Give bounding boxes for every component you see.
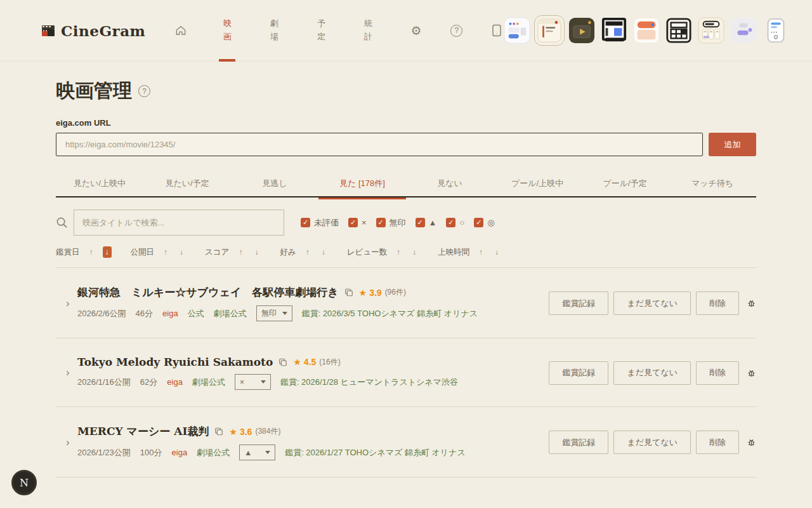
filter-triangle[interactable]: ✓ ▲ [416, 218, 437, 227]
tab-match-waiting[interactable]: マッチ待ち [669, 171, 756, 196]
eiga-link[interactable]: eiga [162, 309, 178, 318]
tab-want-upcoming[interactable]: 見たい/予定 [143, 171, 231, 196]
settings-gear-icon[interactable]: ⚙ [410, 25, 421, 37]
sort-watch-date-asc[interactable]: ↑ [87, 246, 96, 258]
app-icon-browser[interactable] [631, 15, 662, 46]
movie-search-input[interactable] [74, 210, 284, 236]
tab-pool-upcoming[interactable]: プール/予定 [581, 171, 669, 196]
sort-release-date-desc[interactable]: ↓ [177, 246, 186, 258]
clapperboard-icon [41, 23, 56, 38]
mark-select[interactable]: ▲ [239, 444, 275, 460]
filter-cross[interactable]: ✓ × [348, 218, 367, 227]
add-movie-button[interactable]: 追加 [709, 133, 756, 156]
eiga-link[interactable]: eiga [172, 448, 188, 457]
sort-release-date-asc[interactable]: ↑ [161, 246, 170, 258]
app-icon-notes[interactable] [534, 15, 565, 46]
official-site-link[interactable]: 公式 [188, 308, 204, 319]
floating-n-badge[interactable]: N [11, 470, 37, 495]
movie-title: MERCY マーシー AI裁判 [77, 424, 209, 439]
nav-item-schedule[interactable]: 予定 [298, 0, 344, 62]
review-count: (96件) [385, 287, 406, 298]
filter-double-circle[interactable]: ✓ ◎ [474, 218, 494, 227]
nav-item-stats[interactable]: 統計 [344, 0, 391, 62]
delete-button[interactable]: 削除 [696, 291, 739, 315]
checkbox-checked-icon: ✓ [301, 218, 310, 227]
sort-preference-desc[interactable]: ↓ [319, 246, 328, 258]
movie-row: › Tokyo Melody Ryuichi Sakamoto ★ 4.5 (1… [56, 338, 756, 407]
app-icon-calculator[interactable] [664, 15, 694, 46]
watch-record-button[interactable]: 鑑賞記録 [549, 291, 608, 315]
bug-icon[interactable] [747, 438, 756, 447]
sort-score-asc[interactable]: ↑ [236, 246, 245, 258]
tab-want-now-showing[interactable]: 見たい/上映中 [56, 171, 143, 196]
expand-chevron-icon[interactable]: › [56, 366, 77, 379]
theater-official-link[interactable]: 劇場公式 [214, 308, 247, 319]
not-seen-button[interactable]: まだ見てない [613, 361, 691, 385]
release-date: 2026/2/6公開 [77, 308, 126, 319]
runtime: 100分 [140, 447, 162, 458]
theater-official-link[interactable]: 劇場公式 [192, 377, 225, 388]
delete-button[interactable]: 削除 [696, 361, 739, 385]
tab-missed[interactable]: 見逃し [231, 171, 318, 196]
watch-record-button[interactable]: 鑑賞記録 [549, 361, 608, 385]
watched-record: 鑑賞: 2026/3/5 TOHOシネマズ 錦糸町 オリナス [302, 308, 478, 319]
main-content: 映画管理 ? eiga.com URL 追加 見たい/上映中 見たい/予定 見逃… [56, 78, 756, 478]
theater-official-link[interactable]: 劇場公式 [197, 447, 230, 458]
filter-circle[interactable]: ✓ ○ [446, 218, 464, 227]
eiga-url-input[interactable] [56, 133, 703, 156]
tab-pool-now-showing[interactable]: プール/上映中 [494, 171, 581, 196]
app-dock [502, 15, 791, 46]
copy-icon[interactable] [214, 427, 223, 436]
not-seen-button[interactable]: まだ見てない [613, 431, 691, 454]
app-icon-kanban[interactable] [696, 15, 726, 46]
bug-icon[interactable] [747, 298, 756, 308]
sort-review-count-asc[interactable]: ↑ [394, 246, 403, 258]
page-help-icon[interactable]: ? [138, 85, 150, 97]
mark-select[interactable]: 無印 [256, 305, 292, 321]
sort-runtime-desc[interactable]: ↓ [492, 246, 501, 258]
tab-wont-watch[interactable]: 見ない [406, 171, 494, 196]
app-icon-phone[interactable] [761, 15, 791, 46]
filter-unrated[interactable]: ✓ 未評価 [301, 217, 339, 229]
sort-review-count-desc[interactable]: ↓ [410, 246, 419, 258]
eiga-link[interactable]: eiga [167, 377, 183, 387]
bug-icon[interactable] [747, 368, 756, 378]
star-icon: ★ [293, 357, 301, 367]
url-input-label: eiga.com URL [56, 118, 756, 128]
home-icon[interactable] [174, 24, 187, 37]
mobile-phone-icon[interactable] [492, 24, 502, 37]
app-logo[interactable]: CineGram [41, 22, 145, 39]
app-icon-dashboard[interactable] [502, 15, 532, 46]
sort-watch-date-desc[interactable]: ↓ [103, 246, 112, 258]
app-icon-chat[interactable] [728, 15, 759, 46]
nav-item-movies[interactable]: 映画 [204, 0, 251, 62]
expand-chevron-icon[interactable]: › [56, 436, 77, 449]
expand-chevron-icon[interactable]: › [56, 297, 77, 310]
app-icon-video[interactable] [566, 15, 597, 46]
watched-record: 鑑賞: 2026/1/27 TOHOシネマズ 錦糸町 オリナス [285, 447, 466, 458]
sort-runtime-asc[interactable]: ↑ [476, 246, 485, 258]
help-icon[interactable]: ? [450, 25, 462, 37]
app-icon-layout[interactable] [599, 15, 629, 46]
nav-item-theaters[interactable]: 劇場 [251, 0, 298, 62]
checkbox-checked-icon: ✓ [376, 218, 386, 227]
mark-select[interactable]: × [235, 374, 271, 390]
copy-icon[interactable] [278, 358, 287, 367]
copy-icon[interactable] [344, 288, 353, 297]
sort-runtime: 上映時間 ↑ ↓ [438, 246, 501, 258]
sort-score: スコア ↑ ↓ [205, 246, 261, 258]
tab-watched[interactable]: 見た [178件] [318, 171, 406, 196]
sort-preference: 好み ↑ ↓ [280, 246, 327, 258]
delete-button[interactable]: 削除 [696, 431, 739, 454]
watch-record-button[interactable]: 鑑賞記録 [549, 431, 608, 454]
header-tools: ⚙ ? [410, 24, 502, 37]
sort-preference-asc[interactable]: ↑ [303, 246, 312, 258]
checkbox-checked-icon: ✓ [416, 218, 425, 227]
review-count: (384件) [255, 426, 280, 437]
release-date: 2026/1/16公開 [77, 377, 131, 388]
sort-release-date: 公開日 ↑ ↓ [131, 246, 187, 258]
sort-score-desc[interactable]: ↓ [252, 246, 261, 258]
star-icon: ★ [359, 288, 367, 298]
not-seen-button[interactable]: まだ見てない [613, 291, 691, 315]
filter-unmarked[interactable]: ✓ 無印 [376, 217, 406, 229]
